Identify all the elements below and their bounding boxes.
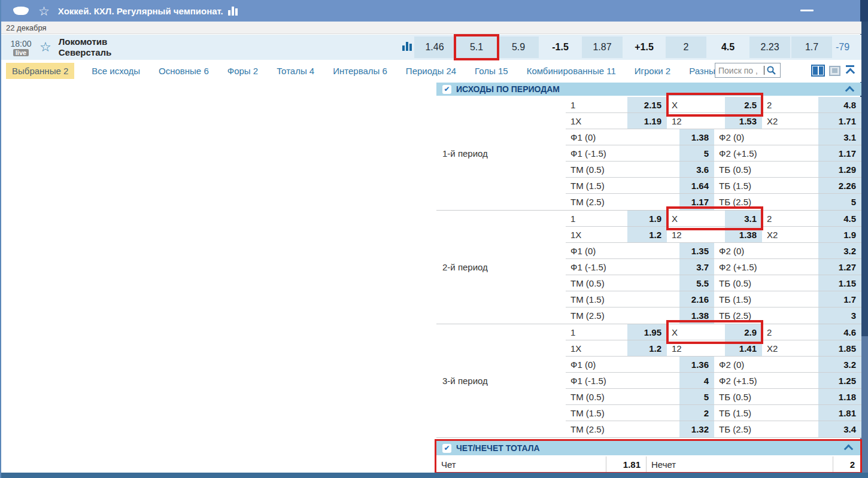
odds-cell[interactable]: 1.27	[818, 259, 861, 275]
odds-cell[interactable]: 1.25	[818, 373, 861, 388]
odds-cell[interactable]: 1.36	[679, 357, 714, 372]
odds-cell[interactable]: 1.18	[818, 389, 861, 404]
bet-pair: Ф1 (0)1.38	[566, 129, 714, 145]
odds-cell[interactable]: 3.7	[679, 259, 714, 275]
tab-7[interactable]: Голы 15	[474, 63, 509, 79]
odds-cell[interactable]: 2	[833, 456, 860, 472]
odds-cell[interactable]: 3.4	[818, 421, 861, 437]
table-row: ТМ (2.5)1.32ТБ (2.5)3.4	[566, 421, 861, 437]
app-window: ☆ Хоккей. КХЛ. Регулярный чемпионат. 22 …	[0, 0, 868, 478]
odds-cell[interactable]: 1.15	[818, 275, 861, 291]
bet-label: Ф1 (-1.5)	[566, 259, 679, 275]
odds-cell[interactable]: 1.38	[679, 129, 714, 145]
favorite-star-icon[interactable]: ☆	[38, 5, 50, 17]
odds-cell[interactable]: 1.71	[818, 113, 861, 129]
odds-cell[interactable]: 2.26	[818, 178, 861, 193]
search-icon[interactable]	[766, 65, 776, 75]
chevron-up-icon[interactable]	[845, 86, 855, 96]
odds-cell[interactable]: 1.95	[627, 324, 667, 340]
odds-cell[interactable]: 5	[679, 145, 714, 161]
two-column-view-icon[interactable]	[811, 65, 825, 77]
odds-cell[interactable]: 2.15	[627, 97, 667, 112]
odds-cell[interactable]: 1.9	[627, 211, 667, 226]
tab-4[interactable]: Тоталы 4	[275, 63, 315, 79]
tab-3[interactable]: Форы 2	[226, 63, 259, 79]
tab-9[interactable]: Игроки 2	[633, 63, 672, 79]
odds-cell[interactable]: 5	[679, 389, 714, 404]
bet-label: Ф2 (0)	[714, 357, 818, 372]
odds-cell[interactable]: 1.85	[818, 340, 861, 356]
odds-cell[interactable]: 4	[679, 373, 714, 388]
odds-cell[interactable]: 1.7	[818, 291, 861, 307]
bet-label: ТМ (1.5)	[566, 178, 679, 193]
match-odd-cell[interactable]: 4.5	[708, 36, 748, 58]
one-column-view-icon[interactable]	[829, 66, 840, 76]
odds-cell[interactable]: 1.41	[725, 340, 762, 356]
match-odd-cell[interactable]: 2	[666, 36, 706, 58]
match-odd-cell[interactable]: 1.46	[414, 36, 455, 58]
odds-cell[interactable]: 1.53	[725, 113, 762, 129]
periods-checkbox[interactable]: ✔	[442, 85, 451, 94]
bet-pair: Ф2 (0)3.2	[714, 243, 861, 258]
match-odd-cell[interactable]: -1.5	[540, 36, 581, 58]
match-odd-cell[interactable]: -79	[833, 36, 857, 58]
match-statistics-icon[interactable]	[402, 42, 412, 51]
odds-cell[interactable]: 1.2	[627, 227, 667, 242]
tab-0[interactable]: Выбранные 2	[6, 63, 74, 79]
odds-cell[interactable]: 1.17	[818, 145, 861, 161]
bet-pair: ТБ (1.5)2.26	[714, 178, 861, 193]
odds-cell[interactable]: 1.17	[679, 194, 714, 210]
odds-cell[interactable]: 2.9	[725, 324, 762, 340]
odds-cell[interactable]: 1.35	[679, 243, 714, 258]
page-title: Хоккей. КХЛ. Регулярный чемпионат.	[58, 6, 223, 16]
match-favorite-star-icon[interactable]: ☆	[40, 41, 51, 54]
match-odd-cell[interactable]: 5.9	[498, 36, 539, 58]
match-odd-cell[interactable]: 1.7	[791, 36, 832, 58]
odds-cell[interactable]: 2	[679, 405, 714, 421]
odds-cell[interactable]: 4.8	[818, 97, 861, 112]
odds-cell[interactable]: 5.5	[679, 275, 714, 291]
match-odd-cell[interactable]: +1.5	[624, 36, 664, 58]
odds-cell[interactable]: 1.29	[818, 162, 861, 177]
collapse-all-icon[interactable]	[845, 65, 855, 75]
odds-cell[interactable]: 1.19	[627, 113, 667, 129]
match-odd-cell[interactable]: 1.87	[582, 36, 623, 58]
evenodd-section: ✔ ЧЕТ/НЕЧЕТ ТОТАЛА Чет1.81Нечет2	[435, 439, 862, 474]
odds-cell[interactable]: 3	[818, 307, 861, 324]
tab-1[interactable]: Все исходы	[90, 63, 141, 79]
evenodd-checkbox[interactable]: ✔	[442, 444, 451, 453]
odds-cell[interactable]: 1.38	[725, 227, 762, 242]
minimize-button[interactable]	[800, 10, 814, 11]
odds-cell[interactable]: 1.32	[679, 421, 714, 437]
table-row: 1X1.2121.38X21.9	[566, 227, 861, 243]
odds-cell[interactable]: 4.6	[818, 324, 861, 340]
odds-cell[interactable]: 3.2	[818, 243, 861, 258]
odds-cell[interactable]: 1.2	[627, 340, 667, 356]
odds-cell[interactable]: 2.5	[725, 97, 762, 112]
tab-5[interactable]: Интервалы 6	[332, 63, 389, 79]
bet-pair: 1X1.2	[566, 340, 667, 356]
chevron-up-icon[interactable]	[844, 444, 854, 454]
bet-label: ТМ (1.5)	[566, 405, 679, 421]
tab-8[interactable]: Комбинированные 11	[526, 63, 617, 79]
table-row: 1X1.19121.53X21.71	[566, 113, 861, 129]
odds-cell[interactable]: 5	[818, 194, 861, 210]
odds-cell[interactable]: 3.1	[725, 211, 762, 226]
odds-cell[interactable]: 1.64	[679, 178, 714, 193]
tab-2[interactable]: Основные 6	[157, 63, 210, 79]
match-odd-cell[interactable]: 5.1	[456, 36, 497, 58]
odds-cell[interactable]: 4.5	[818, 211, 861, 226]
tab-6[interactable]: Периоды 24	[405, 63, 457, 79]
odds-cell[interactable]: 3.6	[679, 162, 714, 177]
table-row: 11.9X3.124.5	[566, 211, 861, 227]
bet-pair: 24.6	[762, 324, 861, 340]
odds-cell[interactable]: 3.2	[818, 357, 861, 372]
match-odd-cell[interactable]: 2.23	[749, 36, 790, 58]
odds-cell[interactable]: 3.1	[818, 129, 861, 145]
odds-cell[interactable]: 2.16	[679, 291, 714, 307]
odds-cell[interactable]: 1.81	[818, 405, 861, 421]
odds-cell[interactable]: 1.81	[606, 456, 647, 472]
search-input[interactable]	[715, 65, 764, 76]
odds-cell[interactable]: 1.9	[818, 227, 861, 242]
odds-cell[interactable]: 1.38	[679, 307, 714, 324]
